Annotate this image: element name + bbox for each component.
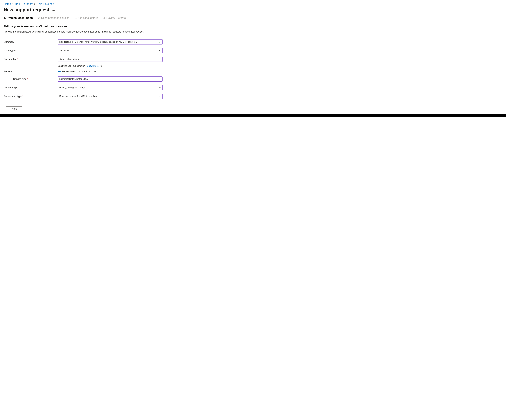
chevron-down-icon	[159, 95, 161, 97]
problem-subtype-label: Problem subtype*	[4, 95, 58, 98]
summary-label: Summary*	[4, 41, 58, 43]
footer-bar: Next	[0, 104, 506, 114]
subscription-label: Subscription*	[4, 58, 58, 61]
more-icon[interactable]: ⋯	[52, 8, 55, 12]
service-radio-group: My services All services	[58, 70, 163, 73]
breadcrumb-help-support-2[interactable]: Help + support	[37, 2, 54, 6]
chevron-right-icon	[12, 3, 13, 5]
issue-type-select[interactable]: Technical	[58, 48, 163, 53]
breadcrumb-home[interactable]: Home	[4, 2, 11, 6]
problem-type-select[interactable]: Pricing, Billing and Usage	[58, 85, 163, 90]
problem-subtype-select[interactable]: Discount request for MDE integration	[58, 94, 163, 99]
chevron-down-icon	[159, 58, 161, 60]
page-title: New support request	[4, 7, 49, 12]
check-icon	[158, 41, 161, 43]
tab-problem-description[interactable]: 1. Problem description	[4, 16, 33, 21]
chevron-right-icon	[56, 3, 57, 5]
chevron-down-icon	[159, 87, 161, 89]
radio-my-services[interactable]: My services	[58, 70, 75, 73]
tab-additional-details[interactable]: 3. Additional details	[75, 16, 98, 21]
summary-input[interactable]: Requesting for Defender for servers P2 d…	[58, 39, 163, 45]
service-type-label: Service type*	[4, 78, 58, 80]
chevron-down-icon	[159, 50, 161, 52]
radio-unselected-icon	[80, 70, 82, 73]
radio-selected-icon	[58, 70, 60, 73]
bottom-border	[0, 114, 506, 117]
section-heading: Tell us your issue, and we'll help you r…	[4, 25, 502, 28]
tab-recommended-solution[interactable]: 2. Recommended solution	[38, 16, 69, 21]
subscription-select[interactable]: <Your subscription>	[58, 57, 163, 62]
radio-all-services[interactable]: All services	[80, 70, 96, 73]
show-more-link[interactable]: Show more	[87, 65, 99, 67]
breadcrumb: Home Help + support Help + support	[4, 2, 502, 6]
tabs: 1. Problem description 2. Recommended so…	[4, 16, 502, 21]
service-type-select[interactable]: Microsoft Defender for Cloud	[58, 77, 163, 82]
chevron-right-icon	[34, 3, 35, 5]
subscription-helper: Can't find your subscription? Show more	[58, 65, 102, 67]
next-button[interactable]: Next	[6, 106, 22, 111]
chevron-down-icon	[159, 78, 161, 80]
issue-type-label: Issue type*	[4, 49, 58, 52]
breadcrumb-help-support-1[interactable]: Help + support	[15, 2, 33, 6]
problem-type-label: Problem type*	[4, 86, 58, 89]
section-description: Provide information about your billing, …	[4, 30, 154, 33]
svg-point-1	[101, 65, 101, 66]
info-icon[interactable]	[100, 65, 102, 67]
tab-review-create[interactable]: 4. Review + create	[103, 16, 126, 21]
svg-rect-2	[101, 66, 101, 66]
service-label: Service	[4, 70, 58, 73]
